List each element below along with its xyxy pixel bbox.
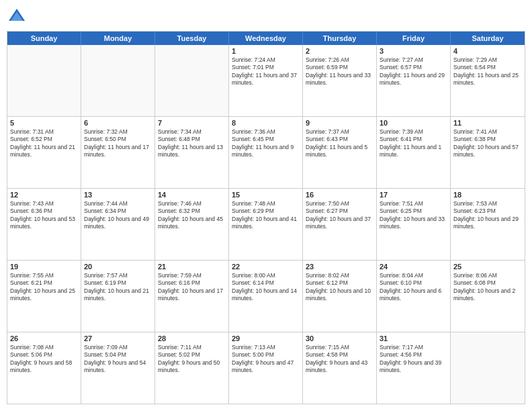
day-number: 28	[158, 334, 226, 342]
cell-info: Sunrise: 7:26 AM Sunset: 6:59 PM Dayligh…	[306, 56, 373, 87]
logo	[7, 7, 30, 27]
header-day-sunday: Sunday	[7, 32, 81, 45]
cal-cell: 22Sunrise: 8:00 AM Sunset: 6:14 PM Dayli…	[229, 261, 303, 332]
cell-info: Sunrise: 7:09 AM Sunset: 5:04 PM Dayligh…	[84, 344, 152, 375]
cell-info: Sunrise: 7:11 AM Sunset: 5:02 PM Dayligh…	[158, 344, 226, 375]
cell-info: Sunrise: 7:32 AM Sunset: 6:50 PM Dayligh…	[84, 128, 152, 159]
cal-cell: 23Sunrise: 8:02 AM Sunset: 6:12 PM Dayli…	[303, 261, 377, 332]
cell-info: Sunrise: 7:39 AM Sunset: 6:41 PM Dayligh…	[380, 128, 447, 159]
day-number: 24	[380, 263, 447, 271]
cal-cell: 26Sunrise: 7:08 AM Sunset: 5:06 PM Dayli…	[7, 332, 81, 404]
day-number: 29	[232, 334, 300, 342]
day-number: 16	[306, 191, 373, 199]
cal-cell: 3Sunrise: 7:27 AM Sunset: 6:57 PM Daylig…	[377, 45, 451, 116]
calendar-row-5: 26Sunrise: 7:08 AM Sunset: 5:06 PM Dayli…	[7, 332, 525, 404]
day-number: 4	[453, 47, 522, 55]
day-number: 12	[10, 191, 78, 199]
day-number: 5	[10, 119, 78, 127]
cell-info: Sunrise: 7:41 AM Sunset: 6:38 PM Dayligh…	[453, 128, 522, 159]
cell-info: Sunrise: 7:55 AM Sunset: 6:21 PM Dayligh…	[10, 272, 78, 303]
header-day-wednesday: Wednesday	[229, 32, 303, 45]
day-number: 31	[380, 334, 447, 342]
cal-cell: 20Sunrise: 7:57 AM Sunset: 6:19 PM Dayli…	[81, 261, 155, 332]
day-number: 19	[10, 263, 78, 271]
day-number: 20	[84, 263, 152, 271]
cal-cell: 16Sunrise: 7:50 AM Sunset: 6:27 PM Dayli…	[303, 189, 377, 260]
day-number: 21	[158, 263, 226, 271]
cell-info: Sunrise: 7:57 AM Sunset: 6:19 PM Dayligh…	[84, 272, 152, 303]
day-number: 22	[232, 263, 300, 271]
day-number: 2	[306, 47, 373, 55]
cell-info: Sunrise: 7:15 AM Sunset: 4:58 PM Dayligh…	[306, 344, 373, 375]
cell-info: Sunrise: 8:00 AM Sunset: 6:14 PM Dayligh…	[232, 272, 300, 303]
day-number: 7	[158, 119, 226, 127]
page: SundayMondayTuesdayWednesdayThursdayFrid…	[0, 0, 532, 411]
cell-info: Sunrise: 7:50 AM Sunset: 6:27 PM Dayligh…	[306, 200, 373, 231]
calendar-row-4: 19Sunrise: 7:55 AM Sunset: 6:21 PM Dayli…	[7, 261, 525, 332]
day-number: 3	[380, 47, 447, 55]
calendar-row-2: 5Sunrise: 7:31 AM Sunset: 6:52 PM Daylig…	[7, 117, 525, 189]
header	[7, 7, 525, 27]
calendar-row-3: 12Sunrise: 7:43 AM Sunset: 6:36 PM Dayli…	[7, 189, 525, 261]
header-day-friday: Friday	[377, 32, 451, 45]
cal-cell: 14Sunrise: 7:46 AM Sunset: 6:32 PM Dayli…	[155, 189, 229, 260]
day-number: 30	[306, 334, 373, 342]
cal-cell: 6Sunrise: 7:32 AM Sunset: 6:50 PM Daylig…	[81, 117, 155, 188]
cell-info: Sunrise: 7:34 AM Sunset: 6:48 PM Dayligh…	[158, 128, 226, 159]
day-number: 27	[84, 334, 152, 342]
day-number: 25	[453, 263, 522, 271]
header-day-monday: Monday	[81, 32, 155, 45]
cal-cell: 9Sunrise: 7:37 AM Sunset: 6:43 PM Daylig…	[303, 117, 377, 188]
cell-info: Sunrise: 8:06 AM Sunset: 6:08 PM Dayligh…	[453, 272, 522, 303]
cal-cell: 29Sunrise: 7:13 AM Sunset: 5:00 PM Dayli…	[229, 332, 303, 404]
cal-cell: 19Sunrise: 7:55 AM Sunset: 6:21 PM Dayli…	[7, 261, 81, 332]
cell-info: Sunrise: 7:36 AM Sunset: 6:45 PM Dayligh…	[232, 128, 300, 159]
cell-info: Sunrise: 7:59 AM Sunset: 6:16 PM Dayligh…	[158, 272, 226, 303]
cal-cell: 10Sunrise: 7:39 AM Sunset: 6:41 PM Dayli…	[377, 117, 451, 188]
cal-cell: 24Sunrise: 8:04 AM Sunset: 6:10 PM Dayli…	[377, 261, 451, 332]
cell-info: Sunrise: 8:04 AM Sunset: 6:10 PM Dayligh…	[380, 272, 447, 303]
day-number: 26	[10, 334, 78, 342]
cell-info: Sunrise: 7:37 AM Sunset: 6:43 PM Dayligh…	[306, 128, 373, 159]
calendar: SundayMondayTuesdayWednesdayThursdayFrid…	[7, 31, 525, 404]
cal-cell: 13Sunrise: 7:44 AM Sunset: 6:34 PM Dayli…	[81, 189, 155, 260]
cell-info: Sunrise: 7:13 AM Sunset: 5:00 PM Dayligh…	[232, 344, 300, 375]
cell-info: Sunrise: 7:24 AM Sunset: 7:01 PM Dayligh…	[232, 56, 300, 87]
cal-cell: 21Sunrise: 7:59 AM Sunset: 6:16 PM Dayli…	[155, 261, 229, 332]
cal-cell	[81, 45, 155, 116]
cal-cell: 11Sunrise: 7:41 AM Sunset: 6:38 PM Dayli…	[451, 117, 525, 188]
cell-info: Sunrise: 7:29 AM Sunset: 6:54 PM Dayligh…	[453, 56, 522, 87]
cell-info: Sunrise: 7:43 AM Sunset: 6:36 PM Dayligh…	[10, 200, 78, 231]
cell-info: Sunrise: 7:17 AM Sunset: 4:56 PM Dayligh…	[380, 344, 447, 375]
cal-cell: 31Sunrise: 7:17 AM Sunset: 4:56 PM Dayli…	[377, 332, 451, 404]
day-number: 6	[84, 119, 152, 127]
cell-info: Sunrise: 7:46 AM Sunset: 6:32 PM Dayligh…	[158, 200, 226, 231]
header-day-saturday: Saturday	[451, 32, 525, 45]
cal-cell: 8Sunrise: 7:36 AM Sunset: 6:45 PM Daylig…	[229, 117, 303, 188]
day-number: 8	[232, 119, 300, 127]
cal-cell: 4Sunrise: 7:29 AM Sunset: 6:54 PM Daylig…	[451, 45, 525, 116]
cal-cell: 12Sunrise: 7:43 AM Sunset: 6:36 PM Dayli…	[7, 189, 81, 260]
day-number: 15	[232, 191, 300, 199]
cal-cell: 27Sunrise: 7:09 AM Sunset: 5:04 PM Dayli…	[81, 332, 155, 404]
header-day-tuesday: Tuesday	[155, 32, 229, 45]
cal-cell	[7, 45, 81, 116]
cal-cell: 2Sunrise: 7:26 AM Sunset: 6:59 PM Daylig…	[303, 45, 377, 116]
day-number: 13	[84, 191, 152, 199]
calendar-header: SundayMondayTuesdayWednesdayThursdayFrid…	[7, 32, 525, 45]
day-number: 10	[380, 119, 447, 127]
cal-cell: 1Sunrise: 7:24 AM Sunset: 7:01 PM Daylig…	[229, 45, 303, 116]
cal-cell: 28Sunrise: 7:11 AM Sunset: 5:02 PM Dayli…	[155, 332, 229, 404]
cell-info: Sunrise: 7:44 AM Sunset: 6:34 PM Dayligh…	[84, 200, 152, 231]
calendar-row-1: 1Sunrise: 7:24 AM Sunset: 7:01 PM Daylig…	[7, 45, 525, 117]
cell-info: Sunrise: 7:51 AM Sunset: 6:25 PM Dayligh…	[380, 200, 447, 231]
calendar-body: 1Sunrise: 7:24 AM Sunset: 7:01 PM Daylig…	[7, 45, 525, 404]
day-number: 1	[232, 47, 300, 55]
cell-info: Sunrise: 7:27 AM Sunset: 6:57 PM Dayligh…	[380, 56, 447, 87]
day-number: 17	[380, 191, 447, 199]
cell-info: Sunrise: 7:53 AM Sunset: 6:23 PM Dayligh…	[453, 200, 522, 231]
cal-cell	[451, 332, 525, 404]
day-number: 23	[306, 263, 373, 271]
cal-cell: 25Sunrise: 8:06 AM Sunset: 6:08 PM Dayli…	[451, 261, 525, 332]
cal-cell: 15Sunrise: 7:48 AM Sunset: 6:29 PM Dayli…	[229, 189, 303, 260]
